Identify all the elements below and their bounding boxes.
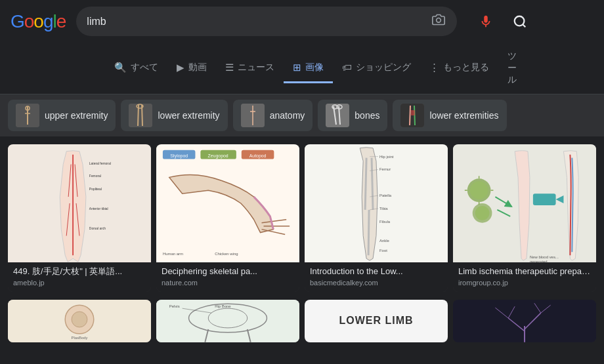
images-icon: ⊞ xyxy=(293,62,301,73)
image-source-1: nature.com xyxy=(162,279,294,287)
image-card-5[interactable]: Pelvis Hip Bone xyxy=(156,300,299,342)
chip-label-upper-extremity: upper extremity xyxy=(45,110,108,121)
image-source-0: ameblo.jp xyxy=(13,279,146,287)
svg-rect-7 xyxy=(129,104,152,127)
image-info-0: 449. 肢/手足/大枝" | 英単語... ameblo.jp xyxy=(8,262,151,292)
chip-thumb-lower-extremities xyxy=(400,104,424,127)
google-logo[interactable]: Google xyxy=(11,11,66,32)
video-icon: ▶ xyxy=(177,62,184,73)
news-icon: ☰ xyxy=(225,62,234,73)
svg-text:Zeugopod: Zeugopod xyxy=(208,153,228,159)
svg-text:Tibia: Tibia xyxy=(379,207,388,211)
svg-point-1 xyxy=(515,16,525,26)
chip-anatomy[interactable]: anatomy xyxy=(233,100,313,131)
image-row-1: Lateral femoral Femoral Popliteal Anteri… xyxy=(8,144,596,292)
svg-rect-22 xyxy=(411,110,415,115)
image-1: Stylopod Zeugopod Autopod Human arm Chic… xyxy=(156,144,299,262)
shopping-icon: 🏷 xyxy=(342,62,352,73)
header: Google xyxy=(0,0,604,43)
nav-images-label: 画像 xyxy=(305,62,324,73)
chip-upper-extremity[interactable]: upper extremity xyxy=(8,100,116,131)
svg-text:Hip joint: Hip joint xyxy=(379,155,394,159)
svg-text:generated: generated xyxy=(530,260,548,262)
chip-label-lower-extremities: lower extremities xyxy=(429,110,498,121)
nav-bar: 🔍 すべて ▶ 動画 ☰ ニュース ⊞ 画像 🏷 ショッピング ⋮ もっと見る … xyxy=(0,43,604,94)
svg-line-20 xyxy=(410,106,410,125)
svg-text:PlasBody: PlasBody xyxy=(71,336,87,340)
chip-thumb-anatomy xyxy=(241,104,265,127)
image-0: Lateral femoral Femoral Popliteal Anteri… xyxy=(8,144,151,262)
image-info-1: Deciphering skeletal pa... nature.com xyxy=(156,262,299,292)
search-icon: 🔍 xyxy=(114,62,127,73)
nav-video[interactable]: ▶ 動画 xyxy=(167,54,216,83)
chip-label-bones: bones xyxy=(355,110,379,121)
chip-label-lower-extremity: lower extremity xyxy=(158,110,219,121)
svg-text:Pelvis: Pelvis xyxy=(169,304,180,308)
nav-video-label: 動画 xyxy=(188,62,207,73)
svg-rect-34 xyxy=(156,145,299,262)
image-grid: Lateral femoral Femoral Popliteal Anteri… xyxy=(0,136,604,350)
svg-text:Hip Bone: Hip Bone xyxy=(215,304,231,308)
search-button[interactable] xyxy=(507,9,533,35)
svg-line-47 xyxy=(365,158,366,210)
svg-text:New blood ves...: New blood ves... xyxy=(530,255,559,259)
svg-point-69 xyxy=(475,206,490,220)
image-title-1: Deciphering skeletal pa... xyxy=(162,266,294,277)
image-title-2: Introduction to the Low... xyxy=(310,266,442,277)
image-2: Hip joint Femur Patella Tibia Fibula Ank… xyxy=(305,144,448,262)
chip-bones[interactable]: bones xyxy=(318,100,387,131)
camera-search-icon[interactable] xyxy=(431,12,446,31)
svg-text:Autopod: Autopod xyxy=(249,153,267,159)
svg-text:Lateral femoral: Lateral femoral xyxy=(89,162,111,165)
nav-more[interactable]: ⋮ もっと見る xyxy=(420,54,498,83)
nav-news-label: ニュース xyxy=(238,62,274,73)
image-source-3: iromgroup.co.jp xyxy=(458,279,591,287)
image-card-7[interactable] xyxy=(453,300,596,342)
chip-thumb-bones xyxy=(326,104,349,127)
svg-line-48 xyxy=(372,158,373,210)
nav-all[interactable]: 🔍 すべて xyxy=(105,54,167,83)
svg-text:Stylopod: Stylopod xyxy=(170,153,188,159)
more-icon: ⋮ xyxy=(429,62,439,73)
image-info-2: Introduction to the Low... basicmedicalk… xyxy=(305,262,448,292)
svg-point-63 xyxy=(470,181,488,199)
chip-lower-extremity[interactable]: lower extremity xyxy=(121,100,227,131)
image-card-4[interactable]: PlasBody xyxy=(8,300,151,342)
image-title-0: 449. 肢/手足/大枝" | 英単語... xyxy=(13,266,146,277)
image-card-6[interactable]: LOWER LIMB xyxy=(305,300,448,342)
svg-text:Foot: Foot xyxy=(379,249,387,253)
svg-text:Ankle: Ankle xyxy=(379,239,390,243)
svg-text:Fibula: Fibula xyxy=(379,220,391,224)
nav-shopping[interactable]: 🏷 ショッピング xyxy=(333,54,420,83)
lower-limb-label: LOWER LIMB xyxy=(339,315,413,327)
nav-news[interactable]: ☰ ニュース xyxy=(216,54,284,83)
svg-line-49 xyxy=(368,210,369,255)
image-title-3: Limb ischemia therapeutic preparations |… xyxy=(458,266,591,277)
svg-point-77 xyxy=(72,312,87,327)
nav-shopping-label: ショッピング xyxy=(356,62,411,73)
image-card-3[interactable]: New blood vessels generated New blood ve… xyxy=(453,144,596,292)
svg-text:Human arm: Human arm xyxy=(163,252,183,256)
search-input[interactable] xyxy=(87,16,424,28)
image-card-0[interactable]: Lateral femoral Femoral Popliteal Anteri… xyxy=(8,144,151,292)
nav-images[interactable]: ⊞ 画像 xyxy=(284,54,333,83)
svg-line-2 xyxy=(523,24,526,27)
svg-text:Femur: Femur xyxy=(379,167,391,171)
svg-rect-70 xyxy=(533,193,556,205)
chip-lower-extremities[interactable]: lower extremities xyxy=(393,100,506,131)
chip-label-anatomy: anatomy xyxy=(270,110,305,121)
voice-search-button[interactable] xyxy=(473,9,499,35)
tools-button[interactable]: ツール xyxy=(498,43,526,94)
svg-text:Popliteal: Popliteal xyxy=(89,188,102,191)
svg-point-0 xyxy=(437,18,441,23)
chips-row: upper extremity lower extremity anatomy xyxy=(0,94,604,136)
chip-thumb-lower-extremity xyxy=(129,104,152,127)
svg-text:Dorsal arch: Dorsal arch xyxy=(89,227,106,230)
chip-thumb-upper-extremity xyxy=(16,104,39,127)
image-row-2: PlasBody Pelvis Hip Bone LOWER LIMB xyxy=(8,300,596,342)
nav-more-label: もっと見る xyxy=(443,62,489,73)
image-info-3: Limb ischemia therapeutic preparations |… xyxy=(453,262,596,292)
image-card-1[interactable]: Stylopod Zeugopod Autopod Human arm Chic… xyxy=(156,144,299,292)
header-icons xyxy=(473,9,533,35)
image-card-2[interactable]: Hip joint Femur Patella Tibia Fibula Ank… xyxy=(305,144,448,292)
